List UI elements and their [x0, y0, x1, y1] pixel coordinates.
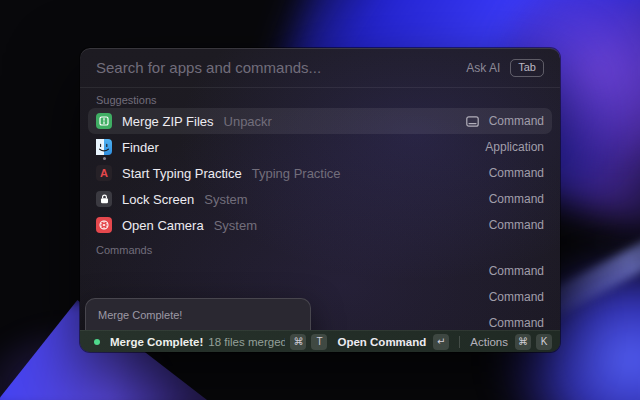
merge-complete-toast: Merge Complete! 18 files merged, 1 dupli…	[85, 298, 311, 330]
statusbar-divider	[459, 336, 460, 348]
status-detail: 18 files merged, 1 duplicates skippe…	[208, 336, 285, 348]
item-type-label: Command	[489, 192, 544, 206]
results-list: Suggestions Merge ZIP Files Unpackr Comm…	[80, 88, 560, 330]
actions-button[interactable]: Actions	[470, 336, 508, 348]
letter-a-icon: A	[96, 165, 112, 181]
item-type-label: Application	[485, 140, 544, 154]
cmd-key-badge: ⌘	[515, 334, 531, 350]
list-item-start-typing-practice[interactable]: A Start Typing Practice Typing Practice …	[88, 160, 552, 186]
return-key-badge: ↵	[433, 334, 449, 350]
section-header-suggestions: Suggestions	[88, 88, 552, 108]
ask-ai-label[interactable]: Ask AI	[466, 61, 500, 75]
command-panel-icon	[466, 116, 479, 127]
item-type-label: Command	[489, 264, 544, 278]
t-key-badge: T	[311, 334, 327, 350]
tab-key-badge: Tab	[510, 59, 544, 77]
item-title: Open Camera	[122, 218, 204, 233]
status-bar: Merge Complete! 18 files merged, 1 dupli…	[80, 330, 560, 352]
item-type-label: Command	[489, 290, 544, 304]
finder-icon	[96, 139, 112, 155]
camera-icon	[96, 217, 112, 233]
toast-title: Merge Complete!	[98, 309, 298, 321]
item-subtitle: System	[214, 218, 257, 233]
zip-merge-icon	[96, 113, 112, 129]
item-subtitle: System	[204, 192, 247, 207]
item-title: Merge ZIP Files	[122, 114, 214, 129]
item-title: Start Typing Practice	[122, 166, 242, 181]
item-type-label: Command	[489, 316, 544, 330]
list-item-open-camera[interactable]: Open Camera System Command	[88, 212, 552, 238]
item-title: Lock Screen	[122, 192, 194, 207]
letter-a-glyph: A	[100, 168, 108, 179]
lock-icon	[96, 191, 112, 207]
list-item-lock-screen[interactable]: Lock Screen System Command	[88, 186, 552, 212]
section-header-commands: Commands	[88, 238, 552, 258]
list-item-merge-zip-files[interactable]: Merge ZIP Files Unpackr Command	[88, 108, 552, 134]
status-success-dot	[94, 339, 100, 345]
item-type-label: Command	[489, 218, 544, 232]
search-input[interactable]	[96, 59, 456, 76]
k-key-badge: K	[536, 334, 552, 350]
search-bar: Ask AI Tab	[80, 48, 560, 88]
list-item-command-1[interactable]: Command	[88, 258, 552, 284]
item-type-label: Command	[489, 114, 544, 128]
open-command-button[interactable]: Open Command	[337, 336, 426, 348]
item-subtitle: Typing Practice	[252, 166, 341, 181]
list-item-finder[interactable]: Finder Application	[88, 134, 552, 160]
status-title: Merge Complete!	[110, 336, 203, 348]
launcher-window: Ask AI Tab Suggestions Merge ZIP Files U…	[80, 48, 560, 352]
cmd-key-badge: ⌘	[290, 334, 306, 350]
item-title: Finder	[122, 140, 159, 155]
item-type-label: Command	[489, 166, 544, 180]
item-subtitle: Unpackr	[224, 114, 272, 129]
running-indicator-dot	[103, 157, 106, 160]
